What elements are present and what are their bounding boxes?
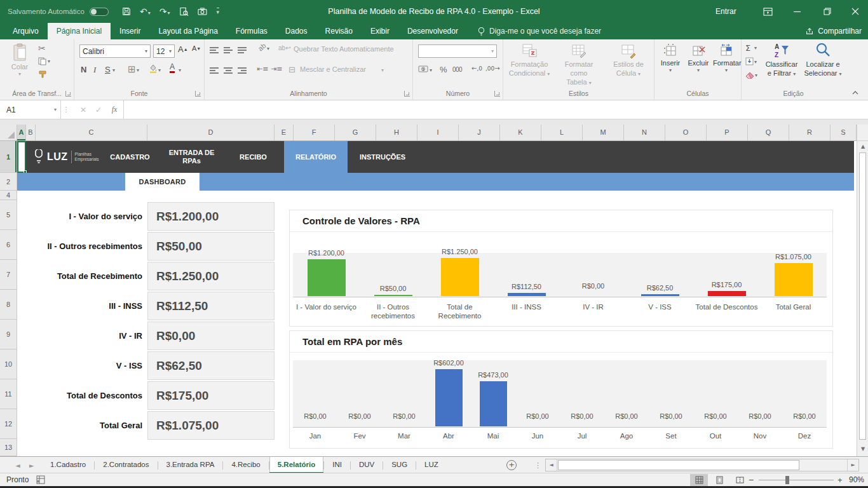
- ribbon-tab-dados[interactable]: Dados: [276, 23, 316, 39]
- ribbon-display-options-button[interactable]: [755, 0, 780, 23]
- column-header-a[interactable]: A: [17, 125, 26, 140]
- bar-mai[interactable]: [480, 381, 507, 426]
- row-header-11[interactable]: 11: [0, 379, 17, 409]
- cancel-icon[interactable]: ✕: [76, 100, 90, 119]
- sheet-tab-1-cadastro[interactable]: 1.Cadastro: [42, 457, 94, 473]
- nav-item-recibo[interactable]: RECIBO: [222, 141, 284, 173]
- summary-value-cell[interactable]: R$1.200,00: [147, 202, 275, 231]
- align-middle-button[interactable]: [224, 46, 233, 55]
- font-dialog-launcher[interactable]: [195, 91, 201, 97]
- increase-indent-button[interactable]: ⇥≡: [271, 65, 282, 73]
- column-header-p[interactable]: P: [707, 125, 748, 140]
- merge-center-dropdown[interactable]: ▾: [381, 67, 384, 73]
- horizontal-scroll-thumb[interactable]: [558, 460, 799, 470]
- nav-item-entrada-de-rpas[interactable]: ENTRADA DE RPAs: [161, 141, 222, 173]
- scroll-left-arrow[interactable]: ◄: [546, 459, 557, 471]
- orientation-dropdown[interactable]: ▾: [267, 46, 269, 51]
- clear-dropdown[interactable]: ▾: [755, 72, 757, 78]
- ribbon-tab-revisao[interactable]: Revisão: [316, 23, 362, 39]
- autosum-dropdown[interactable]: ▾: [754, 45, 757, 51]
- page-layout-view-button[interactable]: [710, 474, 728, 486]
- namebox-splitter[interactable]: ⋮: [62, 100, 70, 119]
- bar-i-valor-do-servico[interactable]: [308, 259, 346, 296]
- ribbon-tab-exibir[interactable]: Exibir: [362, 23, 398, 39]
- zoom-slider-track[interactable]: [759, 480, 834, 480]
- clipboard-dialog-launcher[interactable]: [65, 91, 71, 97]
- paste-dropdown[interactable]: ▾: [5, 71, 34, 77]
- nav-item-relatorio[interactable]: RELATÓRIO: [284, 141, 348, 173]
- increase-font-button[interactable]: A▲: [178, 44, 188, 54]
- column-header-k[interactable]: K: [500, 125, 541, 140]
- clear-button[interactable]: [745, 71, 754, 79]
- decrease-decimal-button[interactable]: ,00→: [485, 65, 500, 72]
- column-header-f[interactable]: F: [294, 125, 335, 140]
- font-name-combo[interactable]: Calibri▾: [79, 44, 151, 58]
- customize-qat-button[interactable]: ▾: [217, 8, 220, 15]
- enter-icon[interactable]: ✓: [92, 100, 105, 119]
- row-header-2[interactable]: 2: [0, 173, 17, 191]
- column-header-n[interactable]: N: [624, 125, 665, 140]
- decrease-font-button[interactable]: A▼: [192, 44, 201, 52]
- chart-controle-de-valores[interactable]: Controle de Valores - RPA R$1.200,00I - …: [289, 210, 833, 327]
- fill-color-dropdown[interactable]: ▾: [158, 67, 161, 73]
- chart-total-rpa-mes[interactable]: Total em RPA por mês R$0,00JanR$0,00FevR…: [289, 330, 833, 449]
- ribbon-tab-layout-da-pagina[interactable]: Layout da Página: [149, 23, 226, 39]
- scroll-up-arrow[interactable]: ▲: [857, 144, 868, 149]
- fill-button[interactable]: [745, 57, 754, 65]
- summary-value-cell[interactable]: R$175,00: [147, 381, 275, 410]
- row-header-8[interactable]: 8: [0, 290, 17, 320]
- row-header-1[interactable]: 1: [0, 141, 17, 173]
- column-header-i[interactable]: I: [417, 125, 459, 140]
- borders-dropdown[interactable]: ▾: [137, 67, 139, 73]
- comma-style-button[interactable]: 000: [452, 66, 462, 73]
- bar-total-de-recebimento[interactable]: [441, 258, 479, 296]
- sheet-nav-right-arrow[interactable]: ►: [29, 457, 34, 473]
- delete-cells-button[interactable]: Excluir ▾: [685, 43, 712, 73]
- summary-value-cell[interactable]: R$1.075,00: [147, 411, 275, 440]
- number-format-combo[interactable]: ▾: [418, 44, 497, 58]
- ribbon-tab-desenvolvedor[interactable]: Desenvolvedor: [398, 23, 467, 39]
- currency-format-dropdown[interactable]: ▾: [430, 67, 432, 73]
- name-box[interactable]: A1▾: [0, 100, 61, 119]
- column-header-m[interactable]: M: [583, 125, 624, 140]
- sheet-tab-ini[interactable]: INI: [324, 457, 350, 473]
- orientation-button[interactable]: ab: [257, 41, 268, 52]
- font-size-combo[interactable]: 12▾: [153, 44, 175, 58]
- align-right-button[interactable]: [238, 66, 247, 75]
- align-top-button[interactable]: [210, 46, 219, 55]
- new-sheet-button[interactable]: +: [506, 460, 517, 470]
- italic-button[interactable]: I: [93, 65, 96, 75]
- sheet-tab-2-contratados[interactable]: 2.Contratados: [95, 457, 157, 473]
- column-header-j[interactable]: J: [459, 125, 500, 140]
- undo-button[interactable]: ↶▾: [140, 0, 151, 23]
- autosave-toggle[interactable]: [90, 8, 109, 16]
- vertical-scrollbar[interactable]: ▲ ▼: [857, 125, 868, 456]
- print-preview-icon[interactable]: [179, 7, 189, 17]
- nav-item-cadastro[interactable]: CADASTRO: [99, 141, 161, 173]
- row-header-4[interactable]: 4: [0, 191, 17, 200]
- column-header-e[interactable]: E: [275, 125, 294, 140]
- delete-cells-dropdown[interactable]: ▾: [685, 67, 712, 73]
- horizontal-scrollbar[interactable]: ◄ ►: [545, 459, 859, 471]
- bar-v-iss[interactable]: [641, 294, 679, 296]
- minimize-button[interactable]: [784, 0, 810, 23]
- row-header-13[interactable]: 13: [0, 439, 17, 456]
- zoom-level[interactable]: 90%: [849, 475, 864, 484]
- row-header-6[interactable]: 6: [0, 230, 17, 260]
- tell-me-box[interactable]: Diga-me o que você deseja fazer: [477, 23, 601, 39]
- column-header-o[interactable]: O: [665, 125, 707, 140]
- selected-cell-a1[interactable]: [17, 141, 26, 173]
- format-painter-button[interactable]: [38, 70, 47, 79]
- summary-value-cell[interactable]: R$62,50: [147, 351, 275, 380]
- formula-input[interactable]: [125, 100, 868, 119]
- sheet-tab-sug[interactable]: SUG: [383, 457, 416, 473]
- column-header-b[interactable]: B: [26, 125, 36, 140]
- underline-dropdown[interactable]: ▾: [112, 67, 115, 73]
- summary-value-cell[interactable]: R$112,50: [147, 292, 275, 320]
- format-cells-dropdown[interactable]: ▾: [713, 67, 740, 73]
- sheet-tab-duv[interactable]: DUV: [351, 457, 383, 473]
- zoom-out-button[interactable]: −: [749, 475, 754, 485]
- zoom-in-button[interactable]: +: [837, 475, 843, 485]
- cut-button[interactable]: ✂: [38, 43, 46, 53]
- sheet-tab-luz[interactable]: LUZ: [416, 457, 447, 473]
